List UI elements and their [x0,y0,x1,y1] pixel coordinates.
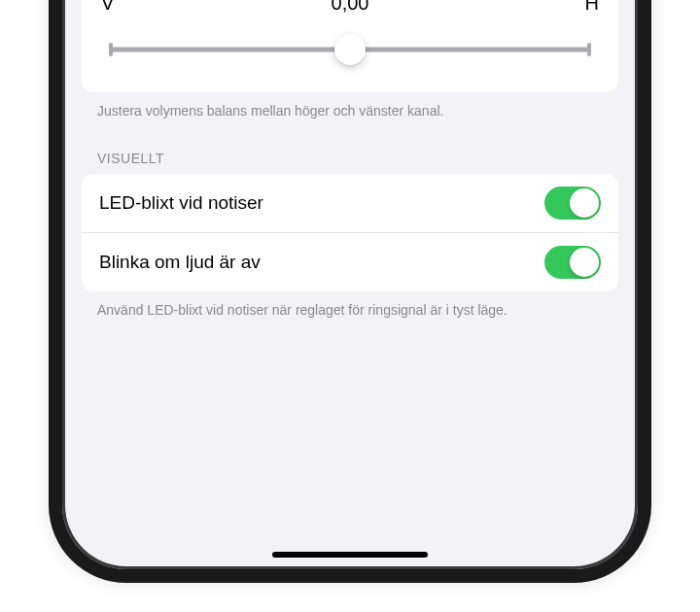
balance-right-label: H [560,0,599,15]
balance-value: 0,00 [332,0,369,15]
visual-list: LED-blixt vid notiser Blinka om ljud är … [82,174,618,291]
toggle-led-flash[interactable] [544,187,601,220]
visual-section-header: VISUELLT [82,121,618,174]
phone-frame: BALANS V 0,00 H Justera volymens balans … [49,0,651,583]
settings-content: BALANS V 0,00 H Justera volymens balans … [62,0,638,320]
balance-slider[interactable] [109,34,591,65]
balance-labels: V 0,00 H [101,0,599,15]
toggle-flash-on-silent[interactable] [544,246,601,279]
home-indicator[interactable] [272,552,428,558]
toggle-knob [570,248,599,277]
row-flash-on-silent: Blinka om ljud är av [82,232,618,291]
balance-left-label: V [101,0,140,15]
slider-cap-left [109,43,113,56]
row-led-flash-label: LED-blixt vid notiser [99,192,263,214]
slider-cap-right [587,43,591,56]
visual-footer: Använd LED-blixt vid notiser när reglage… [82,291,618,321]
slider-thumb[interactable] [334,34,366,65]
row-led-flash: LED-blixt vid notiser [82,174,618,232]
toggle-knob [570,188,599,218]
balance-footer: Justera volymens balans mellan höger och… [82,92,618,121]
balance-card: V 0,00 H [82,0,618,92]
row-flash-on-silent-label: Blinka om ljud är av [99,252,261,273]
